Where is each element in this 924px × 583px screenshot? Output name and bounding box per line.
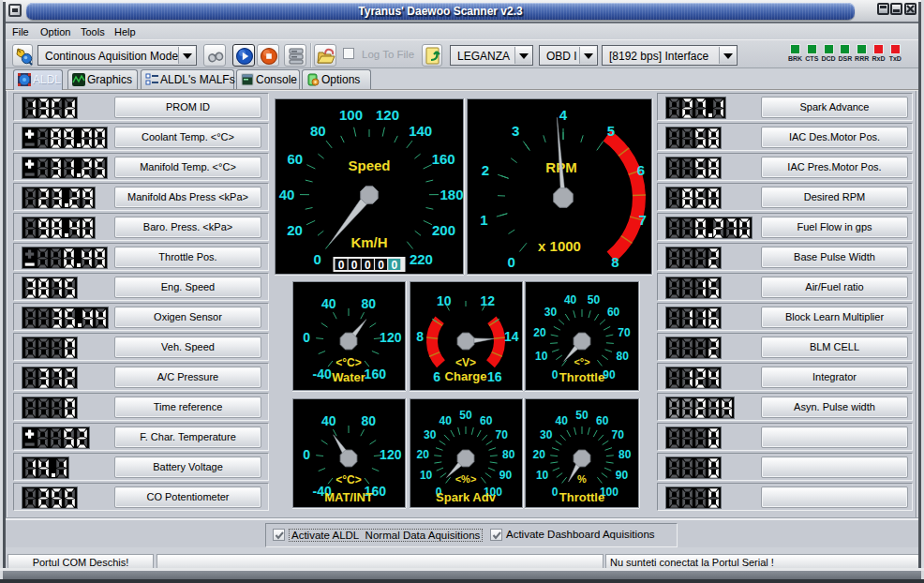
svg-text:160: 160 [432, 151, 455, 167]
svg-text:8: 8 [611, 254, 618, 270]
svg-text:40: 40 [564, 293, 577, 306]
svg-text:20: 20 [533, 448, 546, 461]
svg-text:30: 30 [540, 428, 553, 441]
svg-text:40: 40 [321, 296, 336, 311]
svg-text:0: 0 [338, 259, 345, 272]
svg-text:4: 4 [559, 107, 568, 123]
svg-text:Throttle: Throttle [559, 370, 604, 384]
svg-text:Charge: Charge [445, 369, 487, 383]
svg-text:8: 8 [416, 329, 424, 344]
svg-text:0: 0 [552, 486, 559, 499]
svg-text:6: 6 [637, 162, 645, 178]
svg-text:10: 10 [535, 350, 548, 363]
svg-text:1: 1 [480, 212, 487, 228]
svg-text:Spark Adv: Spark Adv [436, 490, 497, 504]
svg-text:180: 180 [440, 187, 463, 202]
svg-text:Km/H: Km/H [350, 234, 387, 250]
svg-text:0: 0 [378, 259, 384, 272]
svg-text:40: 40 [321, 413, 336, 428]
svg-text:0: 0 [552, 368, 559, 381]
svg-text:220: 220 [410, 251, 433, 267]
svg-text:12: 12 [480, 293, 495, 308]
svg-text:120: 120 [380, 330, 402, 345]
svg-text:120: 120 [380, 447, 402, 462]
svg-text:120: 120 [376, 107, 399, 123]
svg-text:20: 20 [287, 222, 303, 238]
svg-text:MAT/INT: MAT/INT [324, 490, 373, 504]
svg-text:-40: -40 [313, 366, 332, 381]
svg-text:40: 40 [556, 414, 569, 427]
svg-text:10: 10 [420, 469, 433, 482]
svg-text:50: 50 [459, 409, 472, 422]
svg-text:6: 6 [433, 369, 440, 384]
svg-text:Speed: Speed [348, 157, 390, 173]
svg-text:80: 80 [362, 296, 377, 311]
svg-text:0: 0 [351, 259, 358, 272]
svg-text:x 1000: x 1000 [538, 238, 581, 254]
svg-text:70: 70 [496, 428, 509, 441]
svg-text:%: % [577, 473, 587, 485]
svg-text:160: 160 [365, 366, 387, 381]
svg-text:140: 140 [409, 123, 432, 139]
svg-text:20: 20 [533, 326, 546, 339]
svg-text:16: 16 [487, 369, 502, 384]
svg-text:<%>: <%> [455, 473, 477, 485]
svg-text:60: 60 [287, 151, 303, 167]
svg-text:90: 90 [603, 368, 616, 381]
svg-text:2: 2 [482, 162, 489, 178]
svg-text:14: 14 [504, 329, 519, 344]
svg-text:60: 60 [607, 306, 620, 319]
svg-text:80: 80 [502, 448, 515, 461]
svg-text:3: 3 [512, 123, 519, 139]
svg-text:30: 30 [424, 428, 437, 441]
svg-text:60: 60 [596, 414, 609, 427]
svg-text:<°C>: <°C> [335, 356, 361, 369]
svg-text:0: 0 [365, 259, 371, 272]
svg-text:0: 0 [391, 259, 397, 272]
svg-text:<°C>: <°C> [335, 473, 361, 486]
svg-text:5: 5 [607, 123, 615, 139]
svg-text:200: 200 [432, 222, 455, 238]
svg-text:0: 0 [303, 330, 310, 345]
svg-text:50: 50 [575, 409, 589, 422]
svg-text:10: 10 [437, 293, 452, 308]
svg-text:80: 80 [618, 448, 632, 461]
svg-text:80: 80 [310, 123, 326, 139]
svg-text:80: 80 [362, 413, 377, 428]
svg-text:Throttle: Throttle [559, 490, 604, 504]
svg-text:10: 10 [536, 469, 549, 482]
svg-text:40: 40 [440, 414, 453, 427]
svg-text:80: 80 [617, 350, 630, 363]
svg-text:50: 50 [588, 293, 601, 306]
svg-text:20: 20 [417, 448, 430, 461]
svg-text:90: 90 [499, 469, 513, 482]
svg-text:40: 40 [279, 187, 295, 202]
svg-text:60: 60 [480, 414, 493, 427]
svg-text:90: 90 [616, 469, 629, 482]
svg-text:0: 0 [303, 447, 310, 462]
svg-text:70: 70 [618, 326, 631, 339]
svg-text:Water: Water [332, 370, 365, 384]
svg-text:30: 30 [544, 306, 558, 319]
svg-text:100: 100 [339, 107, 363, 123]
svg-text:<V>: <V> [455, 356, 476, 369]
svg-text:0: 0 [313, 251, 320, 267]
svg-text:0: 0 [507, 254, 514, 270]
svg-text:70: 70 [612, 428, 625, 441]
svg-text:7: 7 [639, 212, 647, 228]
svg-text:<°>: <°> [574, 356, 589, 367]
